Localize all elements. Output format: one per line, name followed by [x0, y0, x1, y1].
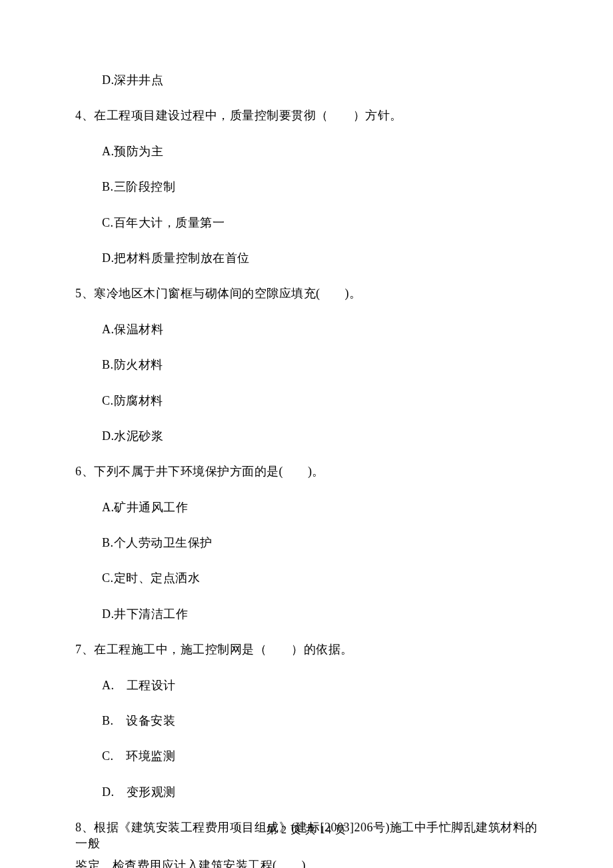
q7-option-c: C. 环境监测: [75, 749, 538, 764]
q6-option-b: B.个人劳动卫生保护: [75, 535, 538, 551]
q4-option-b: B.三阶段控制: [75, 179, 538, 195]
q8-stem-line2: 鉴定、检查费用应计入建筑安装工程( )。: [75, 858, 538, 868]
page-footer: 第 2 页 共 14 页: [0, 823, 613, 837]
q4-option-a: A.预防为主: [75, 144, 538, 159]
q6-option-c: C.定时、定点洒水: [75, 571, 538, 586]
q5-option-d: D.水泥砂浆: [75, 429, 538, 444]
q4-option-d: D.把材料质量控制放在首位: [75, 251, 538, 266]
q5-option-a: A.保温材料: [75, 322, 538, 337]
q7-stem: 7、在工程施工中，施工控制网是（ ）的依据。: [75, 642, 538, 657]
q4-stem: 4、在工程项目建设过程中，质量控制要贯彻（ ）方针。: [75, 108, 538, 123]
q7-option-a: A. 工程设计: [75, 678, 538, 693]
q5-option-b: B.防火材料: [75, 357, 538, 373]
q6-option-a: A.矿井通风工作: [75, 500, 538, 515]
document-page: D.深井井点 4、在工程项目建设过程中，质量控制要贯彻（ ）方针。 A.预防为主…: [0, 0, 613, 868]
q7-option-b: B. 设备安装: [75, 713, 538, 729]
q7-option-d: D. 变形观测: [75, 785, 538, 800]
q6-option-d: D.井下清洁工作: [75, 607, 538, 622]
q5-stem: 5、寒冷地区木门窗框与砌体间的空隙应填充( )。: [75, 286, 538, 301]
q3-option-d: D.深井井点: [75, 73, 538, 88]
q6-stem: 6、下列不属于井下环境保护方面的是( )。: [75, 464, 538, 479]
q5-option-c: C.防腐材料: [75, 393, 538, 409]
q4-option-c: C.百年大计，质量第一: [75, 215, 538, 231]
